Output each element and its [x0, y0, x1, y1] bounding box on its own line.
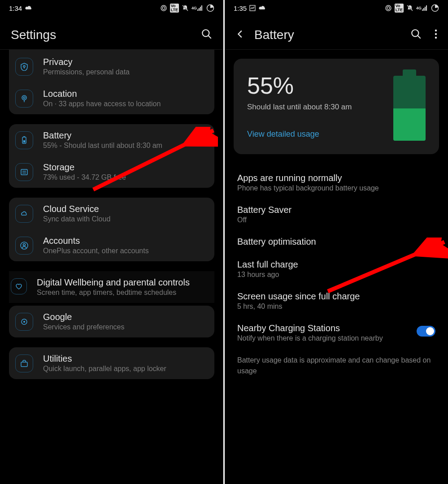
setting-subtitle: On · 33 apps have access to location [43, 100, 208, 108]
setting-title: Battery [43, 130, 208, 141]
status-time: 1:34 [9, 4, 22, 12]
cloud-icon [258, 5, 266, 11]
settings-group: GoogleServices and preferences [9, 306, 214, 337]
setting-item-digital-wellbeing-and-parental-controls[interactable]: Digital Wellbeing and parental controlsS… [9, 271, 214, 303]
page-title: Battery [254, 28, 294, 42]
setting-subtitle: 55% - Should last until about 8:30 am [43, 142, 208, 150]
battery-item-battery-saver[interactable]: Battery SaverOff [234, 199, 439, 230]
setting-title: Utilities [43, 354, 208, 364]
shield-key-icon [15, 58, 33, 76]
svg-point-19 [23, 244, 26, 246]
nearby-charging-toggle[interactable] [417, 326, 435, 337]
google-icon [15, 313, 33, 331]
setting-title: Privacy [43, 57, 208, 67]
storage-icon [15, 163, 33, 181]
setting-item-storage[interactable]: Storage73% used - 34.72 GB free [9, 156, 214, 188]
setting-subtitle: OnePlus account, other accounts [43, 247, 208, 255]
cloud-icon [15, 205, 33, 223]
battery-header: Battery [225, 15, 448, 49]
setting-item-cloud-service[interactable]: Cloud ServiceSync data with Cloud [9, 198, 214, 229]
settings-group: UtilitiesQuick launch, parallel apps, ap… [9, 347, 214, 379]
battery-estimate: Should last until about 8:30 am [247, 103, 352, 112]
battery-item-last-full-charge[interactable]: Last full charge13 hours ago [234, 253, 439, 285]
item-subtitle: 13 hours ago [237, 271, 435, 279]
setting-title: Location [43, 89, 208, 99]
item-title: Nearby Charging Stations [237, 323, 383, 333]
briefcase-icon [15, 354, 33, 372]
cast-icon [385, 4, 392, 12]
item-subtitle: 5 hrs, 40 mins [237, 302, 435, 311]
settings-screen: 1:34 VoLTE 4G Settings Fingerprint, face… [0, 0, 223, 484]
setting-item-privacy[interactable]: PrivacyPermissions, personal data [9, 51, 214, 82]
setting-item-accounts[interactable]: AccountsOnePlus account, other accounts [9, 229, 214, 261]
battery-status-icon [431, 4, 439, 12]
setting-subtitle: Sync data with Cloud [43, 215, 208, 223]
detailed-usage-link[interactable]: View detailed usage [247, 130, 352, 139]
setting-item-location[interactable]: LocationOn · 33 apps have access to loca… [9, 82, 214, 114]
setting-item-utilities[interactable]: UtilitiesQuick launch, parallel apps, ap… [9, 347, 214, 379]
svg-rect-14 [23, 140, 25, 143]
item-title: Battery optimisation [237, 237, 435, 247]
svg-point-5 [202, 30, 209, 36]
battery-percentage: 55% [247, 72, 352, 99]
signal-icon: 4G [191, 5, 204, 11]
volte-icon: VoLTE [170, 4, 179, 13]
pin-icon [15, 90, 33, 108]
volte-icon: VoLTE [395, 4, 404, 13]
item-title: Screen usage since full charge [237, 291, 435, 302]
svg-point-33 [435, 33, 437, 35]
svg-point-21 [23, 321, 25, 323]
cast-icon [160, 4, 167, 12]
setting-title: Storage [43, 162, 208, 173]
settings-group: Cloud ServiceSync data with CloudAccount… [9, 198, 214, 261]
battery-status-icon [206, 4, 214, 12]
battery-summary-card[interactable]: 55% Should last until about 8:30 am View… [234, 59, 439, 154]
battery-item-apps-are-running-normally[interactable]: Apps are running normallyPhone has typic… [234, 167, 439, 199]
settings-header: Settings [0, 15, 223, 49]
svg-point-32 [435, 30, 437, 31]
back-button[interactable] [235, 29, 245, 41]
battery-item-battery-optimisation[interactable]: Battery optimisation [234, 230, 439, 253]
item-subtitle: Notify when there is a charging station … [237, 334, 383, 342]
svg-point-1 [161, 5, 166, 11]
footer-note: Battery usage data is approximate and ca… [234, 349, 439, 383]
heart-icon [11, 278, 27, 294]
svg-point-9 [22, 95, 26, 100]
item-subtitle: Phone has typical background battery usa… [237, 184, 435, 192]
svg-line-31 [418, 35, 421, 39]
battery-icon [15, 131, 33, 149]
battery-item-screen-usage-since-full-charge[interactable]: Screen usage since full charge5 hrs, 40 … [234, 285, 439, 317]
page-title: Settings [11, 28, 56, 42]
svg-point-0 [162, 7, 165, 9]
setting-title: Digital Wellbeing and parental controls [37, 277, 208, 288]
search-button[interactable] [410, 28, 422, 42]
search-button[interactable] [201, 28, 213, 42]
battery-content[interactable]: 55% Should last until about 8:30 am View… [225, 50, 448, 475]
svg-point-25 [387, 7, 390, 9]
battery-screen: 1:35 VoLTE 4G Battery [225, 0, 448, 484]
svg-rect-15 [21, 169, 27, 175]
item-title: Battery Saver [237, 205, 435, 215]
account-icon [15, 237, 33, 255]
setting-subtitle: Screen time, app timers, bedtime schedul… [37, 289, 208, 297]
settings-group: Battery55% - Should last until about 8:3… [9, 124, 214, 188]
item-title: Last full charge [237, 259, 435, 270]
setting-subtitle: Permissions, personal data [43, 68, 208, 76]
cloud-icon [25, 5, 33, 11]
setting-item-google[interactable]: GoogleServices and preferences [9, 306, 214, 337]
signal-icon: 4G [416, 5, 428, 11]
more-button[interactable] [435, 29, 437, 41]
svg-point-30 [412, 30, 418, 36]
settings-content[interactable]: Fingerprint, face unlock, emergency resc… [0, 50, 223, 475]
status-bar: 1:35 VoLTE 4G [225, 0, 448, 15]
settings-group: Fingerprint, face unlock, emergency resc… [9, 50, 214, 114]
battery-graphic [393, 76, 426, 141]
mute-icon [406, 4, 413, 12]
setting-title: Accounts [43, 236, 208, 246]
item-title: Apps are running normally [237, 173, 435, 183]
setting-item-battery[interactable]: Battery55% - Should last until about 8:3… [9, 124, 214, 156]
setting-subtitle: Quick launch, parallel apps, app locker [43, 365, 208, 373]
setting-subtitle: Services and preferences [43, 323, 208, 331]
battery-item-nearby-charging-stations[interactable]: Nearby Charging StationsNotify when ther… [234, 317, 439, 349]
status-bar: 1:34 VoLTE 4G [0, 0, 223, 15]
